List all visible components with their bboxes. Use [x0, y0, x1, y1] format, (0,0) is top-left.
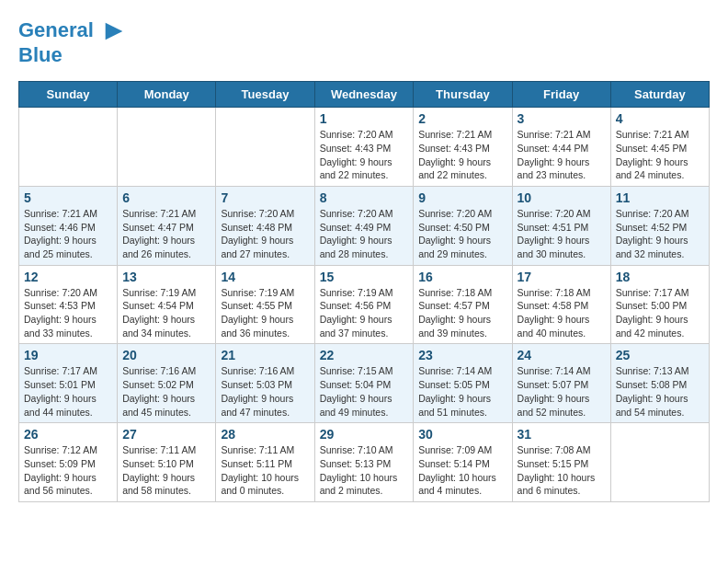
day-number: 20 [122, 348, 210, 362]
day-number: 10 [518, 190, 606, 205]
logo: General Blue [18, 18, 127, 66]
day-number: 27 [122, 427, 210, 442]
day-info: Sunrise: 7:20 AMSunset: 4:53 PMDaylight:… [24, 286, 112, 340]
calendar-cell [118, 108, 216, 187]
calendar-cell: 5Sunrise: 7:21 AMSunset: 4:46 PMDaylight… [19, 186, 118, 265]
day-info: Sunrise: 7:19 AMSunset: 4:55 PMDaylight:… [221, 286, 309, 340]
day-info: Sunrise: 7:17 AMSunset: 5:01 PMDaylight:… [24, 364, 112, 419]
calendar-cell: 9Sunrise: 7:20 AMSunset: 4:50 PMDaylight… [414, 186, 512, 265]
day-number: 14 [221, 270, 309, 284]
calendar-cell: 23Sunrise: 7:14 AMSunset: 5:05 PMDayligh… [414, 344, 512, 423]
day-number: 18 [616, 270, 704, 284]
day-number: 3 [518, 111, 606, 126]
day-number: 9 [418, 190, 506, 205]
calendar-cell: 31Sunrise: 7:08 AMSunset: 5:15 PMDayligh… [512, 423, 610, 502]
day-number: 8 [320, 190, 409, 205]
col-header-tuesday: Tuesday [216, 82, 314, 108]
calendar-cell: 11Sunrise: 7:20 AMSunset: 4:52 PMDayligh… [610, 186, 709, 265]
calendar-cell: 15Sunrise: 7:19 AMSunset: 4:56 PMDayligh… [314, 265, 414, 344]
day-number: 17 [518, 270, 606, 284]
calendar-cell: 18Sunrise: 7:17 AMSunset: 5:00 PMDayligh… [610, 265, 709, 344]
day-info: Sunrise: 7:11 AMSunset: 5:10 PMDaylight:… [122, 443, 210, 498]
calendar-cell: 3Sunrise: 7:21 AMSunset: 4:44 PMDaylight… [512, 108, 610, 187]
day-number: 16 [418, 270, 506, 284]
day-number: 11 [616, 190, 704, 205]
day-number: 1 [320, 111, 409, 126]
calendar-cell: 25Sunrise: 7:13 AMSunset: 5:08 PMDayligh… [610, 344, 709, 423]
day-number: 24 [518, 348, 606, 362]
day-info: Sunrise: 7:21 AMSunset: 4:43 PMDaylight:… [418, 128, 506, 182]
day-number: 25 [616, 348, 704, 362]
day-info: Sunrise: 7:11 AMSunset: 5:11 PMDaylight:… [221, 443, 309, 498]
day-info: Sunrise: 7:15 AMSunset: 5:04 PMDaylight:… [320, 364, 409, 419]
day-number: 7 [221, 190, 309, 205]
day-number: 4 [616, 111, 704, 126]
day-info: Sunrise: 7:21 AMSunset: 4:47 PMDaylight:… [122, 207, 210, 261]
day-number: 22 [320, 348, 409, 362]
calendar-cell: 2Sunrise: 7:21 AMSunset: 4:43 PMDaylight… [414, 108, 512, 187]
col-header-sunday: Sunday [19, 82, 118, 108]
logo-text: General Blue [18, 18, 127, 66]
day-info: Sunrise: 7:10 AMSunset: 5:13 PMDaylight:… [320, 443, 409, 498]
day-info: Sunrise: 7:20 AMSunset: 4:48 PMDaylight:… [221, 207, 309, 261]
calendar-cell [19, 108, 118, 187]
calendar-cell: 30Sunrise: 7:09 AMSunset: 5:14 PMDayligh… [414, 423, 512, 502]
day-info: Sunrise: 7:20 AMSunset: 4:43 PMDaylight:… [320, 128, 409, 182]
calendar-cell: 28Sunrise: 7:11 AMSunset: 5:11 PMDayligh… [216, 423, 314, 502]
col-header-wednesday: Wednesday [314, 82, 414, 108]
calendar-cell: 6Sunrise: 7:21 AMSunset: 4:47 PMDaylight… [118, 186, 216, 265]
day-number: 15 [320, 270, 409, 284]
calendar-cell [610, 423, 709, 502]
day-number: 28 [221, 427, 309, 442]
calendar-cell: 21Sunrise: 7:16 AMSunset: 5:03 PMDayligh… [216, 344, 314, 423]
day-info: Sunrise: 7:20 AMSunset: 4:50 PMDaylight:… [418, 207, 506, 261]
svg-marker-0 [106, 23, 123, 40]
day-info: Sunrise: 7:09 AMSunset: 5:14 PMDaylight:… [418, 443, 506, 498]
calendar-cell: 1Sunrise: 7:20 AMSunset: 4:43 PMDaylight… [314, 108, 414, 187]
day-info: Sunrise: 7:21 AMSunset: 4:44 PMDaylight:… [518, 128, 606, 182]
day-info: Sunrise: 7:19 AMSunset: 4:54 PMDaylight:… [122, 286, 210, 340]
day-info: Sunrise: 7:16 AMSunset: 5:02 PMDaylight:… [122, 364, 210, 419]
day-number: 12 [24, 270, 112, 284]
day-info: Sunrise: 7:08 AMSunset: 5:15 PMDaylight:… [518, 443, 606, 498]
calendar-cell: 22Sunrise: 7:15 AMSunset: 5:04 PMDayligh… [314, 344, 414, 423]
day-info: Sunrise: 7:20 AMSunset: 4:51 PMDaylight:… [518, 207, 606, 261]
day-info: Sunrise: 7:14 AMSunset: 5:05 PMDaylight:… [418, 364, 506, 419]
calendar-cell: 29Sunrise: 7:10 AMSunset: 5:13 PMDayligh… [314, 423, 414, 502]
day-info: Sunrise: 7:20 AMSunset: 4:49 PMDaylight:… [320, 207, 409, 261]
calendar-cell: 27Sunrise: 7:11 AMSunset: 5:10 PMDayligh… [118, 423, 216, 502]
col-header-monday: Monday [118, 82, 216, 108]
day-number: 30 [418, 427, 506, 442]
day-number: 31 [518, 427, 606, 442]
col-header-saturday: Saturday [610, 82, 709, 108]
day-number: 29 [320, 427, 409, 442]
day-number: 26 [24, 427, 112, 442]
day-number: 21 [221, 348, 309, 362]
calendar-cell: 7Sunrise: 7:20 AMSunset: 4:48 PMDaylight… [216, 186, 314, 265]
day-info: Sunrise: 7:14 AMSunset: 5:07 PMDaylight:… [518, 364, 606, 419]
calendar-cell: 10Sunrise: 7:20 AMSunset: 4:51 PMDayligh… [512, 186, 610, 265]
day-number: 13 [122, 270, 210, 284]
calendar-cell: 24Sunrise: 7:14 AMSunset: 5:07 PMDayligh… [512, 344, 610, 423]
calendar-cell: 26Sunrise: 7:12 AMSunset: 5:09 PMDayligh… [19, 423, 118, 502]
day-info: Sunrise: 7:12 AMSunset: 5:09 PMDaylight:… [24, 443, 112, 498]
day-info: Sunrise: 7:21 AMSunset: 4:45 PMDaylight:… [616, 128, 704, 182]
calendar-cell [216, 108, 314, 187]
col-header-thursday: Thursday [414, 82, 512, 108]
page-header: General Blue [18, 18, 710, 66]
day-info: Sunrise: 7:21 AMSunset: 4:46 PMDaylight:… [24, 207, 112, 261]
day-info: Sunrise: 7:20 AMSunset: 4:52 PMDaylight:… [616, 207, 704, 261]
day-info: Sunrise: 7:17 AMSunset: 5:00 PMDaylight:… [616, 286, 704, 340]
calendar-cell: 8Sunrise: 7:20 AMSunset: 4:49 PMDaylight… [314, 186, 414, 265]
calendar-cell: 19Sunrise: 7:17 AMSunset: 5:01 PMDayligh… [19, 344, 118, 423]
calendar-cell: 16Sunrise: 7:18 AMSunset: 4:57 PMDayligh… [414, 265, 512, 344]
day-number: 5 [24, 190, 112, 205]
day-info: Sunrise: 7:16 AMSunset: 5:03 PMDaylight:… [221, 364, 309, 419]
day-number: 6 [122, 190, 210, 205]
calendar-cell: 13Sunrise: 7:19 AMSunset: 4:54 PMDayligh… [118, 265, 216, 344]
day-info: Sunrise: 7:18 AMSunset: 4:57 PMDaylight:… [418, 286, 506, 340]
day-info: Sunrise: 7:19 AMSunset: 4:56 PMDaylight:… [320, 286, 409, 340]
calendar-cell: 20Sunrise: 7:16 AMSunset: 5:02 PMDayligh… [118, 344, 216, 423]
col-header-friday: Friday [512, 82, 610, 108]
calendar-cell: 14Sunrise: 7:19 AMSunset: 4:55 PMDayligh… [216, 265, 314, 344]
